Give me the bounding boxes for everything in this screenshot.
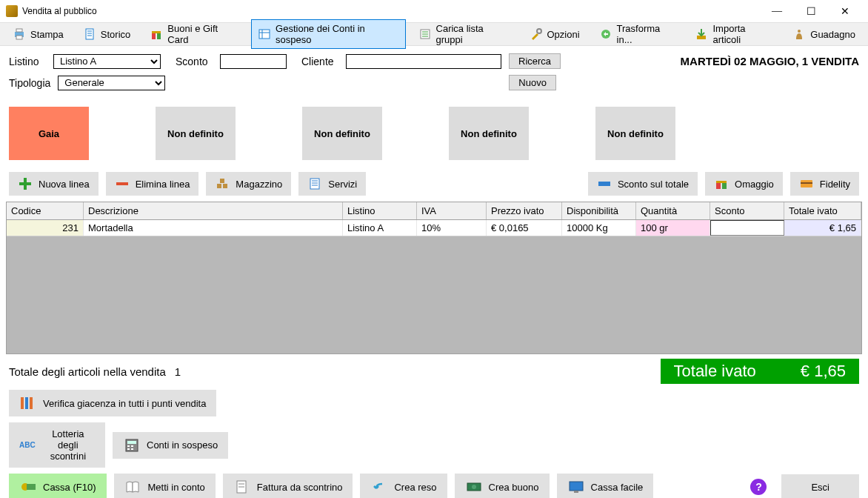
svg-rect-9 xyxy=(152,31,161,33)
tipologia-select[interactable]: Generale xyxy=(58,76,165,90)
buoni-label: Buoni e Gift Card xyxy=(167,23,238,45)
invoice-icon xyxy=(233,479,251,494)
cell-prezzo[interactable]: € 0,0165 xyxy=(487,220,562,236)
cell-totiv[interactable]: € 1,65 xyxy=(784,220,861,236)
esci-button[interactable]: Esci xyxy=(781,474,859,499)
th-codice[interactable]: Codice xyxy=(7,202,84,219)
listino-label: Listino xyxy=(9,56,46,67)
maximize-button[interactable]: ☐ xyxy=(794,0,828,22)
elimina-linea-button[interactable]: Elimina linea xyxy=(106,172,199,196)
cassa-facile-button[interactable]: Cassa facile xyxy=(557,474,654,498)
nuovo-button[interactable]: Nuovo xyxy=(509,75,556,90)
servizi-button[interactable]: Servizi xyxy=(298,172,366,196)
summary-row: Totale degli articoli nella vendita 1 To… xyxy=(0,354,868,387)
svg-rect-7 xyxy=(152,33,156,39)
calculator-icon xyxy=(123,438,141,453)
cell-iva[interactable]: 10% xyxy=(417,220,487,236)
elimina-linea-label: Elimina linea xyxy=(136,179,190,190)
nuova-linea-button[interactable]: Nuova linea xyxy=(9,172,99,196)
sconto-input[interactable] xyxy=(220,54,287,69)
svg-rect-27 xyxy=(310,179,319,189)
discount-icon xyxy=(597,176,612,191)
importa-button[interactable]: Importa articoli xyxy=(688,19,780,49)
omaggio-button[interactable]: Omaggio xyxy=(705,172,783,196)
import-icon xyxy=(695,27,708,41)
fattura-label: Fattura da scontrino xyxy=(257,482,343,493)
fidelity-button[interactable]: Fidelity xyxy=(790,172,859,196)
th-descrizione[interactable]: Descrizione xyxy=(84,202,343,219)
cliente-input[interactable] xyxy=(346,54,501,69)
stampa-button[interactable]: Stampa xyxy=(6,24,70,44)
cell-sconto[interactable] xyxy=(710,220,784,236)
fidelity-label: Fidelity xyxy=(820,179,850,190)
help-icon[interactable]: ? xyxy=(750,479,767,495)
svg-rect-31 xyxy=(598,182,610,186)
cell-descrizione[interactable]: Mortadella xyxy=(84,220,343,236)
th-disp[interactable]: Disponibilità xyxy=(562,202,636,219)
fattura-button[interactable]: Fattura da scontrino xyxy=(223,474,353,498)
storico-button[interactable]: Storico xyxy=(76,24,137,44)
crea-buono-button[interactable]: Crea buono xyxy=(455,474,550,498)
trasforma-button[interactable]: Trasforma in... xyxy=(592,19,683,49)
svg-rect-33 xyxy=(722,182,727,189)
category-1[interactable]: Non definito xyxy=(156,107,236,160)
close-button[interactable]: ✕ xyxy=(828,0,862,22)
card-icon xyxy=(799,176,814,191)
cell-qty[interactable]: 100 gr xyxy=(636,220,710,236)
sconto-totale-button[interactable]: Sconto sul totale xyxy=(588,172,698,196)
opzioni-label: Opzioni xyxy=(547,29,580,40)
metti-conto-button[interactable]: Metti in conto xyxy=(114,474,216,498)
category-gaia[interactable]: Gaia xyxy=(9,107,89,160)
guadagno-label: Guadagno xyxy=(810,29,855,40)
ricerca-button[interactable]: Ricerca xyxy=(509,53,561,69)
cell-codice[interactable]: 231 xyxy=(7,220,84,236)
crea-reso-button[interactable]: Crea reso xyxy=(360,474,447,498)
svg-rect-43 xyxy=(131,445,133,447)
svg-rect-8 xyxy=(157,33,161,39)
items-table: Codice Descrizione Listino IVA Prezzo iv… xyxy=(6,202,862,354)
cell-listino[interactable]: Listino A xyxy=(343,220,417,236)
category-2[interactable]: Non definito xyxy=(302,107,382,160)
th-listino[interactable]: Listino xyxy=(343,202,417,219)
buoni-button[interactable]: Buoni e Gift Card xyxy=(143,19,245,49)
conti-sospeso-bottom-button[interactable]: Conti in sospeso xyxy=(113,432,228,459)
category-3[interactable]: Non definito xyxy=(449,107,529,160)
svg-rect-54 xyxy=(574,491,578,493)
svg-rect-24 xyxy=(217,184,221,188)
gruppi-button[interactable]: Carica lista gruppi xyxy=(412,19,517,49)
trasforma-label: Trasforma in... xyxy=(617,23,676,45)
th-prezzo[interactable]: Prezzo ivato xyxy=(487,202,562,219)
verifica-button[interactable]: Verifica giacenza in tutti i punti vendi… xyxy=(9,390,216,416)
warehouse-icon xyxy=(215,176,230,191)
svg-rect-2 xyxy=(16,36,22,39)
opzioni-button[interactable]: Opzioni xyxy=(523,24,587,44)
svg-rect-44 xyxy=(127,448,130,450)
guadagno-button[interactable]: Guadagno xyxy=(786,24,862,44)
table-row[interactable]: 231 Mortadella Listino A 10% € 0,0165 10… xyxy=(7,220,861,236)
svg-rect-25 xyxy=(223,184,227,188)
th-qty[interactable]: Quantità xyxy=(636,202,710,219)
category-4[interactable]: Non definito xyxy=(595,107,675,160)
category-row: Gaia Non definito Non definito Non defin… xyxy=(0,99,868,172)
lotteria-button[interactable]: ABC Lotteria degli scontrini xyxy=(9,422,105,468)
table-body[interactable]: 231 Mortadella Listino A 10% € 0,0165 10… xyxy=(7,220,861,353)
conti-sospeso-label: Conti in sospeso xyxy=(147,439,218,451)
bottom-panel: Verifica giacenza in tutti i punti vendi… xyxy=(0,387,868,498)
crea-buono-label: Crea buono xyxy=(489,482,539,493)
cliente-label: Cliente xyxy=(301,56,338,67)
th-sconto[interactable]: Sconto xyxy=(710,202,784,219)
monitor-icon xyxy=(567,479,585,494)
tipologia-label: Tipologia xyxy=(9,77,50,89)
magazzino-label: Magazzino xyxy=(236,179,282,190)
svg-rect-1 xyxy=(16,29,22,32)
cassa-label: Cassa (F10) xyxy=(43,482,96,493)
th-iva[interactable]: IVA xyxy=(417,202,487,219)
th-totiv[interactable]: Totale ivato xyxy=(784,202,861,219)
listino-select[interactable]: Listino A xyxy=(53,54,161,69)
cassa-button[interactable]: Cassa (F10) xyxy=(9,474,107,498)
magazzino-button[interactable]: Magazzino xyxy=(206,172,291,196)
conti-sospeso-button[interactable]: Gestione dei Conti in sospeso xyxy=(251,19,405,49)
cell-disp[interactable]: 10000 Kg xyxy=(562,220,636,236)
tools-icon xyxy=(530,27,543,41)
book-icon xyxy=(124,479,142,494)
